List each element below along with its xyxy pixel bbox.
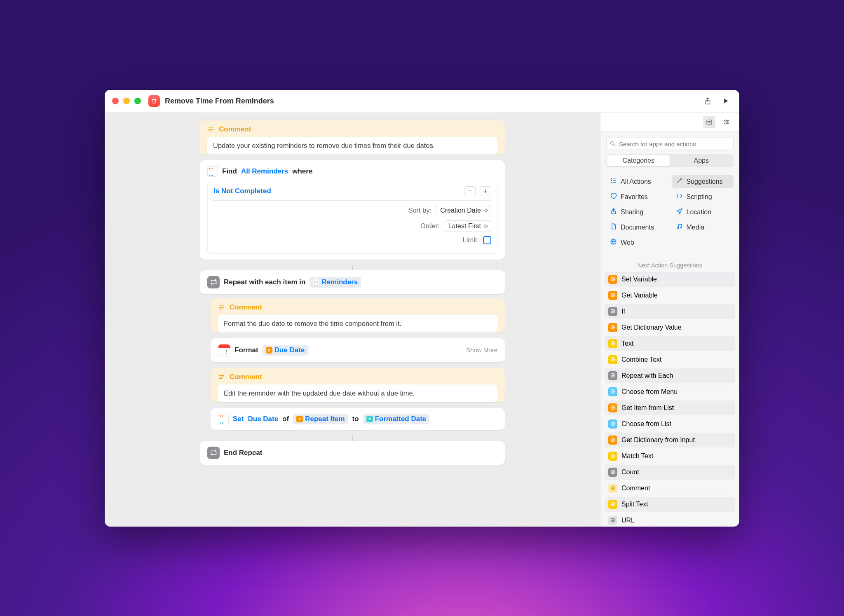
svg-point-20 xyxy=(725,123,726,124)
doc-icon xyxy=(610,223,617,232)
settings-toggle-button[interactable] xyxy=(720,116,733,128)
tab-categories[interactable]: Categories xyxy=(607,155,670,166)
svg-line-22 xyxy=(614,145,615,146)
calendar-icon: ⋮⋮ xyxy=(218,344,230,356)
find-collection[interactable]: All Reminders xyxy=(241,167,288,176)
suggestion-choose-from-menu[interactable]: ⦿Choose from Menu xyxy=(605,384,735,399)
category-suggestions[interactable]: Suggestions xyxy=(672,175,734,188)
action-icon: ⦿ xyxy=(608,339,617,348)
repeat-item-token[interactable]: xRepeat Item xyxy=(293,414,348,424)
category-sharing[interactable]: Sharing xyxy=(606,205,668,219)
action-icon: ⦿ xyxy=(608,500,617,509)
set-verb[interactable]: Set xyxy=(233,415,244,423)
suggestion-get-dictionary-from-input[interactable]: ⦿Get Dictionary from Input xyxy=(605,433,735,447)
svg-point-21 xyxy=(611,142,614,145)
window-title: Remove Time From Reminders xyxy=(165,97,274,105)
suggestion-get-item-from-list[interactable]: ⦿Get Item from List xyxy=(605,401,735,415)
suggestion-get-variable[interactable]: ⦿Get Variable xyxy=(605,288,735,303)
web-icon xyxy=(610,238,617,247)
suggestion-list: ⦿Set Variable⦿Get Variable⦿If⦿Get Dictio… xyxy=(600,272,739,526)
svg-rect-7 xyxy=(316,283,318,283)
category-location[interactable]: Location xyxy=(672,205,734,219)
close-window-button[interactable] xyxy=(112,98,119,104)
zoom-window-button[interactable] xyxy=(134,98,141,104)
share-button[interactable] xyxy=(701,95,714,107)
find-where: where xyxy=(292,167,312,176)
suggestion-repeat-with-each[interactable]: ⦿Repeat with Each xyxy=(605,368,735,383)
search-field[interactable] xyxy=(606,138,734,150)
format-verb: Format xyxy=(234,346,258,354)
limit-checkbox[interactable] xyxy=(483,236,491,244)
tab-apps[interactable]: Apps xyxy=(670,155,733,166)
order-select[interactable]: Latest First xyxy=(444,220,491,232)
suggestion-text[interactable]: ⦿Text xyxy=(605,336,735,351)
category-media[interactable]: Media xyxy=(672,220,734,234)
comment-text[interactable]: Edit the reminder with the updated due d… xyxy=(218,384,497,402)
show-more-button[interactable]: Show More xyxy=(466,347,497,354)
suggestion-url[interactable]: ⦿URL xyxy=(605,513,735,526)
action-icon: ⦿ xyxy=(608,307,617,316)
due-date-token[interactable]: xDue Date xyxy=(263,345,308,356)
comment-text[interactable]: Format the due date to remove the time c… xyxy=(218,315,497,333)
loc-icon xyxy=(676,208,683,216)
variable-mini-icon: x xyxy=(296,416,303,422)
repeat-label: Repeat with each item in xyxy=(224,278,305,286)
library-tabs[interactable]: Categories Apps xyxy=(606,154,734,167)
repeat-variable-token[interactable]: Reminders xyxy=(309,277,361,288)
to-label: to xyxy=(352,415,359,423)
suggestion-set-variable[interactable]: ⦿Set Variable xyxy=(605,272,735,287)
suggestion-if[interactable]: ⦿If xyxy=(605,304,735,319)
comment-action-2[interactable]: Comment Format the due date to remove th… xyxy=(211,298,505,333)
category-all-actions[interactable]: All Actions xyxy=(606,175,668,188)
date-mini-icon: ✦ xyxy=(366,416,373,422)
suggestion-count[interactable]: ⦿Count xyxy=(605,465,735,480)
suggestion-match-text[interactable]: ⦿Match Text xyxy=(605,449,735,464)
traffic-lights xyxy=(112,98,141,104)
action-icon: ⦿ xyxy=(608,436,617,445)
svg-point-19 xyxy=(727,122,728,123)
suggestion-choose-from-list[interactable]: ⦿Choose from List xyxy=(605,417,735,431)
minimize-window-button[interactable] xyxy=(123,98,130,104)
wand-icon xyxy=(676,177,683,186)
set-field[interactable]: Due Date xyxy=(248,415,278,423)
comment-text[interactable]: Update your existing reminders to remove… xyxy=(207,137,497,155)
repeat-action[interactable]: Repeat with each item in Reminders xyxy=(200,270,505,294)
category-documents[interactable]: Documents xyxy=(606,220,668,234)
of-label: of xyxy=(282,415,289,423)
remove-filter-button[interactable]: − xyxy=(464,186,476,196)
action-icon: ⦿ xyxy=(608,468,617,477)
suggestion-split-text[interactable]: ⦿Split Text xyxy=(605,497,735,512)
workflow-canvas[interactable]: Comment Update your existing reminders t… xyxy=(105,113,600,527)
category-web[interactable]: Web xyxy=(606,236,668,249)
list-icon xyxy=(610,177,617,186)
svg-point-18 xyxy=(725,120,726,121)
shortcuts-editor-window: Remove Time From Reminders Comment Updat… xyxy=(105,90,739,527)
filter-condition[interactable]: Is Not Completed xyxy=(213,187,271,195)
repeat-icon xyxy=(207,276,220,288)
find-filters: Is Not Completed − + Sort by: Creation D… xyxy=(207,181,497,254)
set-reminder-action[interactable]: Set Due Date of xRepeat Item to ✦Formatt… xyxy=(211,408,505,430)
library-toggle-button[interactable] xyxy=(703,116,715,128)
comment-label: Comment xyxy=(230,373,262,381)
action-icon: ⦿ xyxy=(608,275,617,284)
run-button[interactable] xyxy=(720,95,732,107)
find-reminders-action[interactable]: Find All Reminders where Is Not Complete… xyxy=(200,160,505,260)
comment-action[interactable]: Comment Update your existing reminders t… xyxy=(200,120,505,155)
search-input[interactable] xyxy=(606,138,734,150)
formatted-date-token[interactable]: ✦Formatted Date xyxy=(363,414,430,424)
action-icon: ⦿ xyxy=(608,516,617,525)
comment-action-3[interactable]: Comment Edit the reminder with the updat… xyxy=(211,368,505,402)
suggestion-get-dictionary-value[interactable]: ⦿Get Dictionary Value xyxy=(605,320,735,335)
suggestion-combine-text[interactable]: ⦿Combine Text xyxy=(605,352,735,367)
sort-by-select[interactable]: Creation Date xyxy=(436,205,491,216)
end-repeat-action[interactable]: End Repeat xyxy=(200,441,505,465)
add-filter-button[interactable]: + xyxy=(480,186,491,196)
variable-mini-icon: x xyxy=(266,347,272,354)
format-date-action[interactable]: ⋮⋮ Format xDue Date Show More xyxy=(211,338,505,362)
category-scripting[interactable]: Scripting xyxy=(672,190,734,204)
suggestion-comment[interactable]: ⦿Comment xyxy=(605,481,735,496)
sort-by-label: Sort by: xyxy=(405,206,431,214)
svg-point-24 xyxy=(611,180,612,181)
category-favorites[interactable]: Favorites xyxy=(606,190,668,204)
media-icon xyxy=(676,223,683,232)
